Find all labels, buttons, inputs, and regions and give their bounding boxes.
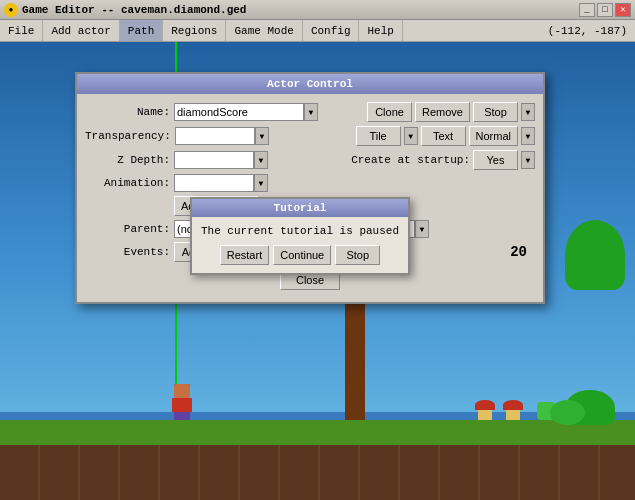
tutorial-body: The current tutorial is paused Restart C… <box>192 217 408 273</box>
continue-button[interactable]: Continue <box>273 245 331 265</box>
tutorial-title-bar: Tutorial <box>192 199 408 217</box>
dialog-title: Actor Control <box>267 78 353 90</box>
char-head <box>174 384 190 398</box>
name-row-buttons: Clone Remove Stop ▼ <box>367 102 535 122</box>
restart-button[interactable]: Restart <box>220 245 269 265</box>
name-label: Name: <box>85 106 170 118</box>
parent-label: Parent: <box>85 223 170 235</box>
remove-button[interactable]: Remove <box>415 102 470 122</box>
app-icon: ● <box>4 3 18 17</box>
window-title: Game Editor -- caveman.diamond.ged <box>22 4 246 16</box>
menu-help[interactable]: Help <box>359 20 402 41</box>
game-area: Actor Control Name: ▼ Clone Remove Stop … <box>0 42 635 500</box>
stop-dropdown[interactable]: ▼ <box>521 103 535 121</box>
tutorial-dialog: Tutorial The current tutorial is paused … <box>190 197 410 275</box>
tutorial-buttons: Restart Continue Stop <box>200 245 400 265</box>
mushroom-cap <box>475 400 495 410</box>
animation-input[interactable] <box>174 174 254 192</box>
close-window-button[interactable]: ✕ <box>615 3 631 17</box>
transparency-row: Transparency: ▼ Tile ▼ Text Normal ▼ <box>85 126 535 146</box>
transparency-label: Transparency: <box>85 130 171 142</box>
tutorial-message: The current tutorial is paused <box>200 225 400 237</box>
dialog-title-bar: Actor Control <box>77 74 543 94</box>
events-count: 20 <box>510 244 535 260</box>
transparency-input-group: ▼ <box>175 127 269 145</box>
mushroom-cap-2 <box>503 400 523 410</box>
zdepth-row: Z Depth: ▼ Create at startup: Yes ▼ <box>85 150 535 170</box>
menu-path[interactable]: Path <box>120 20 163 41</box>
tile-dropdown[interactable]: ▼ <box>404 127 418 145</box>
animation-label: Animation: <box>85 177 170 189</box>
ground <box>0 420 635 500</box>
create-startup-label: Create at startup: <box>351 154 470 166</box>
animation-row: Animation: ▼ <box>85 174 535 192</box>
mushroom-stem-2 <box>506 410 520 420</box>
menu-add-actor[interactable]: Add actor <box>43 20 119 41</box>
animation-dropdown[interactable]: ▼ <box>254 174 268 192</box>
normal-button[interactable]: Normal <box>469 126 518 146</box>
transparency-row-buttons: Tile ▼ Text Normal ▼ <box>356 126 535 146</box>
tutorial-stop-button[interactable]: Stop <box>335 245 380 265</box>
normal-dropdown[interactable]: ▼ <box>521 127 535 145</box>
path-dropdown[interactable]: ▼ <box>415 220 429 238</box>
enemy-mushroom-2 <box>503 400 523 420</box>
clone-button[interactable]: Clone <box>367 102 412 122</box>
name-row: Name: ▼ Clone Remove Stop ▼ <box>85 102 535 122</box>
name-input-group: ▼ <box>174 103 318 121</box>
char-torso <box>172 398 192 412</box>
yes-dropdown[interactable]: ▼ <box>521 151 535 169</box>
zdepth-label: Z Depth: <box>85 154 170 166</box>
menu-bar: File Add actor Path Regions Game Mode Co… <box>0 20 635 42</box>
transparency-input[interactable] <box>175 127 255 145</box>
stop-button[interactable]: Stop <box>473 102 518 122</box>
text-button[interactable]: Text <box>421 126 466 146</box>
enemy-mushroom-1 <box>475 400 495 420</box>
menu-game-mode[interactable]: Game Mode <box>226 20 302 41</box>
menu-config[interactable]: Config <box>303 20 360 41</box>
char-legs <box>174 412 190 420</box>
zdepth-row-buttons: Create at startup: Yes ▼ <box>351 150 535 170</box>
tree-top <box>565 220 625 290</box>
zdepth-input-group: ▼ <box>174 151 268 169</box>
tile-button[interactable]: Tile <box>356 126 401 146</box>
animation-input-group: ▼ <box>174 174 268 192</box>
name-input[interactable] <box>174 103 304 121</box>
yes-button[interactable]: Yes <box>473 150 518 170</box>
events-label: Events: <box>85 246 170 258</box>
player-character <box>170 384 194 420</box>
tutorial-title: Tutorial <box>274 202 327 214</box>
bush-2 <box>550 400 585 425</box>
ground-dirt <box>0 445 635 500</box>
transparency-dropdown[interactable]: ▼ <box>255 127 269 145</box>
title-bar: ● Game Editor -- caveman.diamond.ged _ □… <box>0 0 635 20</box>
zdepth-input[interactable] <box>174 151 254 169</box>
ground-top <box>0 420 635 445</box>
menu-file[interactable]: File <box>0 20 43 41</box>
maximize-button[interactable]: □ <box>597 3 613 17</box>
minimize-button[interactable]: _ <box>579 3 595 17</box>
zdepth-dropdown[interactable]: ▼ <box>254 151 268 169</box>
coordinates-display: (-112, -187) <box>548 25 635 37</box>
mushroom-stem <box>478 410 492 420</box>
name-dropdown-btn[interactable]: ▼ <box>304 103 318 121</box>
menu-regions[interactable]: Regions <box>163 20 226 41</box>
